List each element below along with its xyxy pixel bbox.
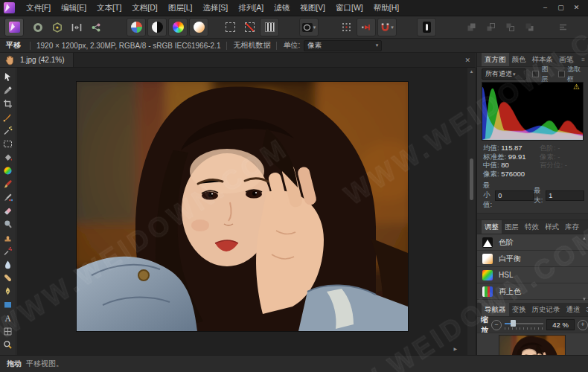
- zoom-value-box[interactable]: 42 %: [546, 319, 575, 330]
- tab-stock[interactable]: 库存: [562, 220, 582, 234]
- shape-tool[interactable]: [1, 298, 15, 311]
- canvas-area[interactable]: ▶: [17, 68, 467, 356]
- view-tool[interactable]: [1, 70, 15, 83]
- toggle-selection-button[interactable]: [221, 19, 239, 36]
- auto-levels-button[interactable]: [127, 18, 146, 36]
- zoom-slider-thumb[interactable]: [511, 320, 516, 327]
- menu-file[interactable]: 文件[F]: [21, 0, 56, 16]
- crop-tool[interactable]: [1, 97, 15, 110]
- text-tool[interactable]: A: [1, 311, 15, 324]
- snapping-grid-button[interactable]: [337, 19, 355, 36]
- layer-checkbox[interactable]: [532, 71, 539, 77]
- tab-color[interactable]: 颜色: [509, 53, 529, 66]
- menu-window[interactable]: 窗口[W]: [330, 0, 368, 16]
- tab-history[interactable]: 历史记录: [529, 303, 563, 316]
- auto-white-balance-button[interactable]: [189, 18, 208, 36]
- snapping-button[interactable]: ▾: [377, 18, 397, 36]
- erase-brush-tool[interactable]: [1, 204, 15, 217]
- max-input[interactable]: [546, 190, 584, 201]
- scrollbar-thumb[interactable]: [470, 158, 473, 200]
- move-by-whole-pixels-button[interactable]: [357, 18, 376, 36]
- zoom-in-button[interactable]: +: [578, 320, 588, 330]
- vertical-scrollbar[interactable]: ▲: [467, 68, 476, 356]
- menu-document[interactable]: 文档[D]: [127, 0, 162, 16]
- blur-brush-tool[interactable]: [1, 257, 15, 271]
- move-backward-button[interactable]: [501, 19, 519, 36]
- close-view-icon[interactable]: ✕: [464, 57, 476, 64]
- list-item-recolor[interactable]: 再上色: [477, 283, 588, 300]
- auto-contrast-button[interactable]: [147, 18, 167, 36]
- photo-persona-button[interactable]: [4, 18, 24, 36]
- menu-arrange[interactable]: 排列[A]: [233, 0, 269, 16]
- list-item-black-white[interactable]: 黑白: [477, 300, 588, 303]
- tab-styles[interactable]: 样式: [542, 220, 562, 234]
- gradient-tool[interactable]: [1, 164, 15, 177]
- auto-color-button[interactable]: [168, 18, 188, 36]
- photo-image[interactable]: [77, 82, 408, 331]
- list-item-levels[interactable]: 色阶: [477, 234, 588, 251]
- flood-fill-tool[interactable]: [1, 150, 15, 164]
- document-tab[interactable]: 1.jpg (42.1%): [0, 53, 74, 67]
- tab-channels[interactable]: 通道: [563, 303, 584, 316]
- scroll-down-icon[interactable]: ▼: [582, 297, 587, 301]
- clone-stamp-tool[interactable]: [1, 231, 15, 244]
- assistant-button[interactable]: [417, 18, 436, 36]
- tab-transform[interactable]: 变换: [509, 303, 529, 316]
- assistant-icon: [423, 22, 431, 33]
- undo-brush-tool[interactable]: [1, 244, 15, 257]
- develop-persona-button[interactable]: [48, 19, 66, 36]
- list-item-white-balance[interactable]: 白平衡: [477, 251, 588, 267]
- export-persona-button[interactable]: [87, 19, 105, 36]
- list-item-hsl[interactable]: HSL: [477, 267, 588, 283]
- color-picker-tool[interactable]: [1, 83, 15, 97]
- min-input[interactable]: [495, 190, 534, 201]
- marquee-checkbox[interactable]: [558, 71, 565, 77]
- menu-help[interactable]: 帮助[H]: [368, 0, 404, 16]
- deselect-button[interactable]: [240, 19, 258, 36]
- unit-select[interactable]: 像素 ▾: [304, 40, 382, 51]
- zoom-out-button[interactable]: −: [491, 320, 502, 330]
- mask-mode-button[interactable]: ▾: [299, 18, 319, 36]
- mesh-warp-tool[interactable]: [1, 324, 15, 338]
- menu-select[interactable]: 选择[S]: [197, 0, 233, 16]
- min-label: 最小值:: [483, 181, 492, 210]
- tone-mapping-persona-button[interactable]: [68, 19, 86, 36]
- close-button[interactable]: ✕: [569, 0, 584, 16]
- selection-brush-tool[interactable]: [1, 110, 15, 124]
- menu-filters[interactable]: 滤镜: [269, 0, 295, 16]
- scroll-up-icon[interactable]: ▲: [467, 69, 476, 74]
- alignment-button[interactable]: [554, 19, 572, 36]
- levels-adjustment-icon: [482, 237, 493, 248]
- pen-tool[interactable]: [1, 284, 15, 298]
- menu-layer[interactable]: 图层[L]: [163, 0, 198, 16]
- marquee-select-tool[interactable]: [1, 137, 15, 150]
- minimize-button[interactable]: –: [537, 0, 553, 16]
- paint-brush-tool[interactable]: [1, 177, 15, 190]
- tab-effects[interactable]: 特效: [522, 220, 542, 234]
- menu-view[interactable]: 视图[V]: [295, 0, 330, 16]
- color-replacement-brush-tool[interactable]: [1, 190, 15, 204]
- liquify-persona-button[interactable]: [29, 19, 47, 36]
- tab-adjustments[interactable]: 调整: [482, 220, 502, 234]
- tab-histogram[interactable]: 直方图: [482, 53, 509, 66]
- dodge-brush-tool[interactable]: [1, 217, 15, 231]
- menu-text[interactable]: 文本[T]: [92, 0, 127, 16]
- tab-layers[interactable]: 图层: [502, 220, 522, 234]
- tab-32bit-preview[interactable]: 32 位预览: [584, 303, 588, 316]
- move-forward-button[interactable]: [482, 19, 499, 36]
- blemish-removal-tool[interactable]: [1, 271, 15, 284]
- zoom-tool[interactable]: [1, 338, 15, 351]
- maximize-button[interactable]: ▢: [553, 0, 569, 16]
- quick-mask-button[interactable]: [260, 18, 279, 36]
- flood-select-tool[interactable]: [1, 124, 15, 137]
- histogram-chart: [482, 83, 583, 140]
- scroll-right-icon[interactable]: ▶: [453, 346, 457, 351]
- scroll-up-icon[interactable]: ▲: [582, 236, 587, 240]
- zoom-slider[interactable]: [505, 320, 543, 330]
- move-to-front-button[interactable]: [462, 19, 480, 36]
- clipping-warning-icon[interactable]: ⚠: [573, 83, 580, 91]
- move-to-back-button[interactable]: [520, 19, 538, 36]
- panel-menu-icon[interactable]: ≡: [581, 57, 588, 63]
- channel-select[interactable]: 所有通道 ▾: [482, 68, 526, 80]
- menu-edit[interactable]: 编辑[E]: [56, 0, 92, 16]
